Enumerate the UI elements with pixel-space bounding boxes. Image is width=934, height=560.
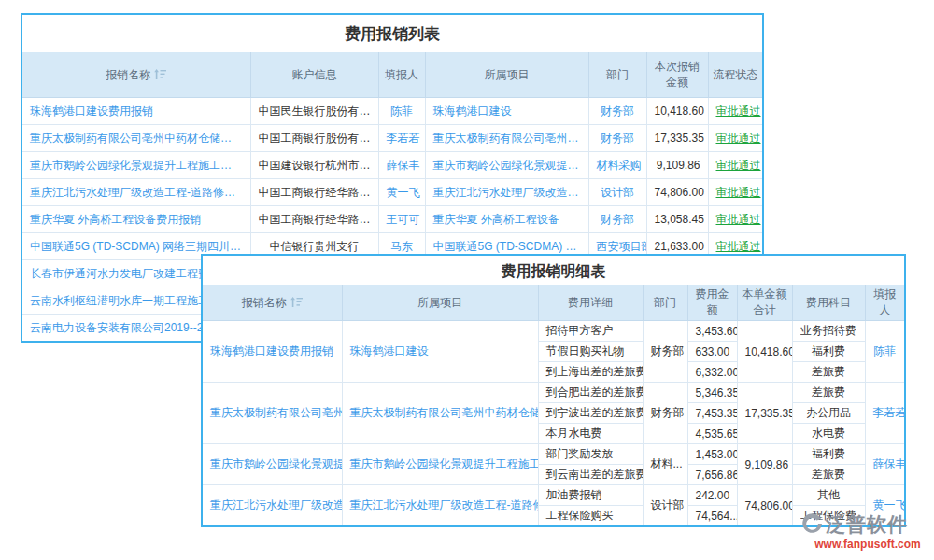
detail-cell-name[interactable]: 重庆太极制药有限公司亳州中药材 xyxy=(203,383,342,444)
detail-col-5[interactable]: 本单金额合计 xyxy=(737,285,792,321)
detail-col-1[interactable]: 所属项目 xyxy=(342,285,538,321)
detail-cell-expense: 到云南出差的差旅费 xyxy=(538,465,643,485)
list-cell-project[interactable]: 重庆江北污水处理厂级改造工... xyxy=(425,179,588,206)
table-row: 重庆华夏 外高桥工程设备费用报销中国工商银行经华路支行王可可重庆华夏 外高桥工程… xyxy=(22,206,762,233)
list-cell-filer[interactable]: 陈菲 xyxy=(378,98,425,125)
list-cell-status[interactable]: 审批通过 xyxy=(708,206,762,233)
list-cell-filer[interactable]: 黄一飞 xyxy=(378,179,425,206)
list-col-1[interactable]: 账户信息 xyxy=(250,52,378,98)
list-col-5[interactable]: 本次报销金额 xyxy=(646,52,708,98)
detail-col-4[interactable]: 费用金额 xyxy=(687,285,737,321)
list-cell-filer[interactable]: 薛保丰 xyxy=(378,152,425,179)
list-cell-name[interactable]: 重庆市鹅岭公园绿化景观提升工程施工费用报销 xyxy=(22,152,250,179)
detail-cell-project[interactable]: 重庆太极制药有限公司亳州中药材仓储物流 xyxy=(342,383,538,444)
detail-cell-category: 差旅费 xyxy=(792,383,865,403)
list-cell-project[interactable]: 重庆华夏 外高桥工程设备 xyxy=(425,206,588,233)
list-col-label-1: 账户信息 xyxy=(292,68,337,81)
table-row: 重庆江北污水处理厂级改造工程-重庆江北污水处理厂级改造工程-道路修复工加油费报销… xyxy=(203,485,904,506)
detail-col-label-6: 费用科目 xyxy=(806,296,851,309)
list-cell-name[interactable]: 重庆太极制药有限公司亳州中药材仓储物流基地项... xyxy=(22,125,250,152)
detail-cell-filer[interactable]: 薛保丰 xyxy=(865,444,904,485)
list-cell-account: 中国民生银行股份有限... xyxy=(250,98,378,125)
detail-cell-expense: 到上海出差的差旅费 xyxy=(538,362,643,383)
list-cell-dept[interactable]: 财务部 xyxy=(588,98,646,125)
detail-col-3[interactable]: 部门 xyxy=(643,285,687,321)
list-header-row: 报销名称账户信息填报人所属项目部门本次报销金额流程状态 xyxy=(22,52,762,98)
detail-cell-expense: 工程保险购买 xyxy=(538,506,643,526)
list-col-0[interactable]: 报销名称 xyxy=(22,52,250,98)
page: 费用报销列表 报销名称账户信息填报人所属项目部门本次报销金额流程状态 珠海鹤港口… xyxy=(0,0,934,560)
detail-header-row: 报销名称所属项目费用详细部门费用金额本单金额合计费用科目填报人 xyxy=(203,285,904,321)
list-cell-amount: 9,109.86 xyxy=(646,152,708,179)
sort-asc-icon[interactable] xyxy=(154,69,166,79)
detail-col-2[interactable]: 费用详细 xyxy=(538,285,643,321)
detail-cell-name[interactable]: 重庆市鹅岭公园绿化景观提升工程 xyxy=(203,444,342,485)
list-cell-dept[interactable]: 财务部 xyxy=(588,206,646,233)
detail-cell-name[interactable]: 珠海鹤港口建设费用报销 xyxy=(203,321,342,383)
table-row: 重庆太极制药有限公司亳州中药材重庆太极制药有限公司亳州中药材仓储物流到合肥出差的… xyxy=(203,383,904,403)
detail-cell-name[interactable]: 重庆江北污水处理厂级改造工程- xyxy=(203,485,342,526)
sort-asc-icon[interactable] xyxy=(290,297,303,307)
list-cell-status[interactable]: 审批通过 xyxy=(708,152,762,179)
detail-col-label-0: 报销名称 xyxy=(242,296,287,309)
list-cell-account: 中国工商银行经华路支行 xyxy=(250,179,378,206)
list-cell-status[interactable]: 审批通过 xyxy=(708,98,762,125)
expense-detail-panel: 费用报销明细表 报销名称所属项目费用详细部门费用金额本单金额合计费用科目填报人 … xyxy=(201,254,906,527)
detail-cell-amount: 4,535.65 xyxy=(687,424,737,444)
detail-cell-filer[interactable]: 李若若 xyxy=(865,383,904,444)
list-cell-dept[interactable]: 材料采购 xyxy=(588,152,646,179)
list-cell-project[interactable]: 重庆市鹅岭公园绿化景观提升... xyxy=(425,152,588,179)
list-cell-name[interactable]: 重庆江北污水处理厂级改造工程-道路修复工程费用... xyxy=(22,179,250,206)
detail-cell-project[interactable]: 珠海鹤港口建设 xyxy=(342,321,538,383)
list-cell-amount: 17,335.35 xyxy=(646,125,708,152)
detail-col-label-2: 费用详细 xyxy=(568,296,613,309)
list-col-6[interactable]: 流程状态 xyxy=(708,52,762,98)
list-col-label-3: 所属项目 xyxy=(485,68,530,81)
list-cell-amount: 10,418.60 xyxy=(646,98,708,125)
list-cell-status[interactable]: 审批通过 xyxy=(708,179,762,206)
detail-cell-expense: 到宁波出差的差旅费 xyxy=(538,403,643,424)
detail-col-label-3: 部门 xyxy=(654,296,676,309)
list-cell-dept[interactable]: 财务部 xyxy=(588,125,646,152)
detail-col-6[interactable]: 费用科目 xyxy=(792,285,865,321)
detail-cell-category: 办公用品 xyxy=(792,403,865,424)
list-cell-filer[interactable]: 李若若 xyxy=(378,125,425,152)
list-cell-name[interactable]: 重庆华夏 外高桥工程设备费用报销 xyxy=(22,206,250,233)
detail-cell-expense: 到合肥出差的差旅费 xyxy=(538,383,643,403)
detail-col-0[interactable]: 报销名称 xyxy=(203,285,342,321)
detail-cell-total: 74,806.00 xyxy=(737,485,792,526)
detail-col-label-4: 费用金额 xyxy=(696,287,729,316)
list-cell-account: 中国建设银行杭州市上... xyxy=(250,152,378,179)
detail-cell-amount: 7,656.86 xyxy=(687,465,737,485)
list-cell-amount: 13,058.45 xyxy=(646,206,708,233)
detail-cell-amount: 6,332.00 xyxy=(687,362,737,383)
detail-col-label-7: 填报人 xyxy=(873,287,896,316)
detail-cell-filer[interactable]: 陈菲 xyxy=(865,321,904,383)
watermark-brand: 泛普软件 xyxy=(826,511,908,538)
list-cell-name[interactable]: 珠海鹤港口建设费用报销 xyxy=(22,98,250,125)
list-col-label-6: 流程状态 xyxy=(713,68,757,81)
list-cell-status[interactable]: 审批通过 xyxy=(708,125,762,152)
detail-col-7[interactable]: 填报人 xyxy=(865,285,904,321)
detail-cell-project[interactable]: 重庆江北污水处理厂级改造工程-道路修复工 xyxy=(342,485,538,526)
detail-cell-dept: 材料... xyxy=(643,444,687,485)
detail-cell-category: 业务招待费 xyxy=(792,321,865,342)
list-col-label-2: 填报人 xyxy=(385,68,418,81)
list-cell-amount: 74,806.00 xyxy=(646,179,708,206)
list-col-3[interactable]: 所属项目 xyxy=(425,52,588,98)
detail-cell-expense: 招待甲方客户 xyxy=(538,321,643,342)
list-cell-dept[interactable]: 设计部 xyxy=(588,179,646,206)
table-row: 重庆太极制药有限公司亳州中药材仓储物流基地项...中国工商银行股份有限...李若… xyxy=(22,125,762,152)
list-col-2[interactable]: 填报人 xyxy=(378,52,425,98)
detail-cell-project[interactable]: 重庆市鹅岭公园绿化景观提升工程施工 xyxy=(342,444,538,485)
detail-cell-dept: 设计部 xyxy=(643,485,687,526)
list-cell-project[interactable]: 重庆太极制药有限公司亳州中... xyxy=(425,125,588,152)
watermark-url[interactable]: www.fanpusoft.com xyxy=(801,538,934,551)
detail-cell-dept: 财务部 xyxy=(643,383,687,444)
list-col-4[interactable]: 部门 xyxy=(588,52,646,98)
list-cell-project[interactable]: 珠海鹤港口建设 xyxy=(425,98,588,125)
list-cell-filer[interactable]: 王可可 xyxy=(378,206,425,233)
detail-cell-amount: 3,453.60 xyxy=(687,321,737,342)
detail-cell-category: 差旅费 xyxy=(792,362,865,383)
detail-col-label-1: 所属项目 xyxy=(417,296,462,309)
